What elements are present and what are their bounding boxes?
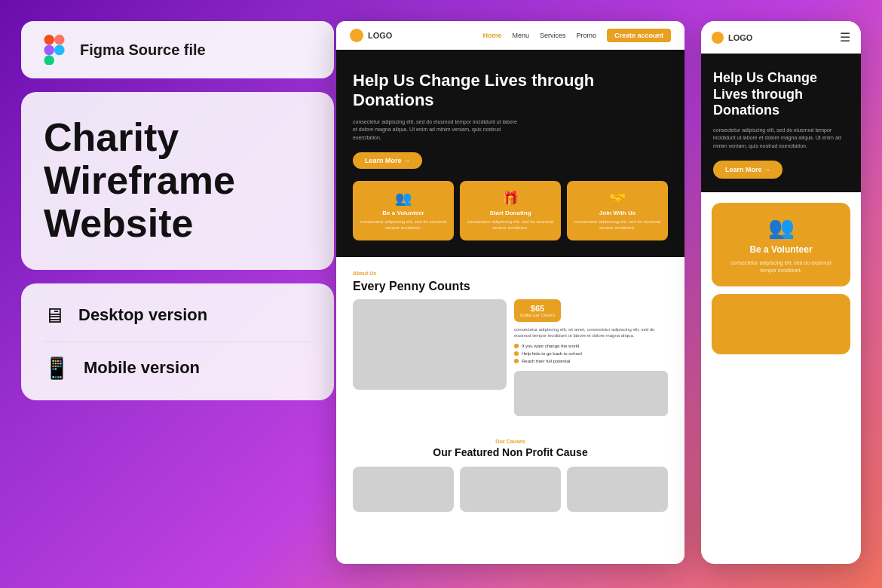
about-title: Every Penny Counts	[353, 279, 668, 293]
about-image-left	[353, 299, 507, 416]
causes-title: Our Featured Non Profit Cause	[353, 446, 668, 459]
mobile-volunteer-card: 👥 Be a Volunteer consectetur adipiscing …	[712, 203, 850, 286]
about-price-label: Dollar per Citizen	[520, 313, 555, 317]
svg-rect-2	[44, 45, 54, 56]
mobile-version-label: Mobile version	[84, 358, 200, 378]
causes-cards	[353, 467, 668, 512]
desktop-icon: 🖥	[44, 303, 65, 328]
desktop-causes: Our Causes Our Featured Non Profit Cause	[336, 430, 684, 519]
about-image-2	[514, 371, 668, 416]
version-card: 🖥 Desktop version 📱 Mobile version	[21, 283, 334, 400]
left-panel: Figma Source file Charity Wireframe Webs…	[21, 21, 334, 400]
about-label: About Us	[353, 271, 668, 276]
about-list: If you want change the world Help kids t…	[514, 344, 668, 363]
desktop-version-item: 🖥 Desktop version	[44, 303, 311, 328]
mobile-nav-text: LOGO	[728, 33, 752, 42]
about-desc: consectetur adipiscing elit, sit amet, c…	[514, 326, 668, 339]
nav-link-promo: Promo	[576, 32, 596, 39]
desktop-about: About Us Every Penny Counts $65 Dollar p…	[336, 257, 684, 430]
figma-label: Figma Source file	[80, 41, 206, 59]
donating-title: Start Donating	[466, 210, 555, 216]
desktop-hero: Help Us Change Lives through Donations c…	[336, 50, 684, 257]
nav-cta-button[interactable]: Create account	[607, 29, 671, 42]
desktop-nav: LOGO Home Menu Services Promo Create acc…	[336, 21, 684, 50]
donating-desc: consectetur adipiscing elit, sed do eius…	[466, 219, 555, 231]
hero-cta-button[interactable]: Learn More →	[353, 152, 422, 169]
list-dot-1	[514, 344, 519, 348]
figma-badge: Figma Source file	[21, 21, 334, 78]
desktop-nav-links: Home Menu Services Promo Create account	[482, 29, 671, 42]
desktop-version-label: Desktop version	[78, 305, 207, 325]
nav-link-services: Services	[540, 32, 566, 39]
mobile-version-item: 📱 Mobile version	[44, 356, 311, 381]
desktop-mockup: LOGO Home Menu Services Promo Create acc…	[336, 21, 684, 564]
volunteer-title: Be a Volunteer	[359, 210, 448, 216]
mobile-mockup: LOGO ☰ Help Us Change Lives through Dona…	[701, 21, 861, 564]
nav-logo-text: LOGO	[368, 31, 392, 40]
mobile-volunteer-desc: consectetur adipiscing elit, sed do eius…	[722, 259, 840, 274]
version-divider	[44, 341, 311, 342]
join-icon: 🤝	[573, 190, 662, 207]
volunteer-icon: 👥	[359, 190, 448, 207]
join-desc: consectetur adipiscing elit, sed do eius…	[573, 219, 662, 231]
mobile-hero-title: Help Us Change Lives through Donations	[713, 70, 849, 119]
hero-desc: consectetur adipiscing elit, sed do eius…	[353, 118, 519, 142]
about-layout: $65 Dollar per Citizen consectetur adipi…	[353, 299, 668, 416]
donating-icon: 🎁	[466, 190, 555, 207]
mobile-nav-logo: LOGO	[712, 32, 752, 44]
list-dot-2	[514, 351, 519, 356]
mobile-card-2	[712, 294, 850, 354]
about-list-item-1: If you want change the world	[514, 344, 668, 348]
hamburger-icon[interactable]: ☰	[840, 30, 850, 44]
mobile-hero-cta[interactable]: Learn More →	[713, 161, 782, 179]
about-list-item-2: Help kids to go back to school	[514, 351, 668, 356]
svg-rect-0	[44, 35, 54, 45]
mobile-nav: LOGO ☰	[701, 21, 861, 54]
volunteer-desc: consectetur adipiscing elit, sed do eius…	[359, 219, 448, 231]
about-list-item-3: Reach their full potential	[514, 359, 668, 363]
title-main: Charity Wireframe Website	[44, 116, 311, 246]
mobile-icon: 📱	[44, 356, 70, 381]
cause-card-2	[460, 467, 561, 512]
svg-rect-3	[44, 55, 54, 65]
join-card: 🤝 Join With Us consectetur adipiscing el…	[567, 181, 668, 240]
hero-cards: 👥 Be a Volunteer consectetur adipiscing …	[353, 181, 668, 240]
nav-logo-dot	[350, 29, 363, 42]
svg-rect-1	[54, 35, 65, 45]
nav-link-home: Home	[482, 32, 501, 39]
figma-icon	[39, 35, 69, 65]
mobile-hero-desc: consectetur adipiscing elit, sed do eius…	[713, 127, 849, 151]
title-card: Charity Wireframe Website	[21, 92, 334, 270]
about-price: $65	[531, 304, 544, 313]
mobile-volunteer-title: Be a Volunteer	[722, 244, 840, 255]
svg-point-4	[54, 45, 65, 56]
hero-title: Help Us Change Lives through Donations	[353, 71, 668, 111]
cause-card-1	[353, 467, 454, 512]
nav-link-menu: Menu	[512, 32, 529, 39]
mobile-volunteer-icon: 👥	[722, 215, 840, 240]
donating-card: 🎁 Start Donating consectetur adipiscing …	[460, 181, 561, 240]
list-dot-3	[514, 359, 519, 363]
desktop-nav-logo: LOGO	[350, 29, 392, 42]
about-image-placeholder	[353, 299, 507, 390]
mobile-nav-dot	[712, 32, 724, 44]
causes-label: Our Causes	[353, 439, 668, 444]
volunteer-card: 👥 Be a Volunteer consectetur adipiscing …	[353, 181, 454, 240]
about-price-badge: $65 Dollar per Citizen	[514, 299, 561, 322]
mobile-hero: Help Us Change Lives through Donations c…	[701, 54, 861, 192]
cause-card-3	[567, 467, 668, 512]
join-title: Join With Us	[573, 210, 662, 216]
about-content-right: $65 Dollar per Citizen consectetur adipi…	[514, 299, 668, 416]
